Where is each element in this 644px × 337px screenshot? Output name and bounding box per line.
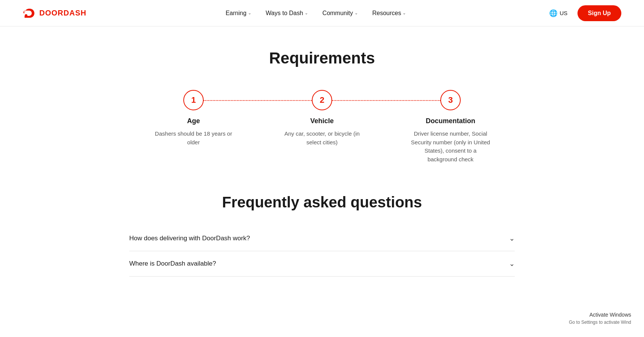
step-3-label: Documentation — [426, 117, 475, 125]
nav-community-label: Community — [322, 10, 353, 17]
faq-question-0: How does delivering with DoorDash work? — [129, 235, 250, 242]
step-2-connector — [322, 100, 450, 101]
requirements-section: Requirements 1 Age Dashers should be 18 … — [129, 49, 515, 164]
faq-title: Frequently asked questions — [129, 194, 515, 211]
header-right: 🌐 US Sign Up — [545, 5, 621, 21]
doordash-logo-icon — [23, 8, 36, 19]
community-chevron-icon: ⌄ — [355, 11, 358, 15]
step-1: 1 Age Dashers should be 18 years or olde… — [129, 90, 258, 147]
step-2-circle: 2 — [312, 90, 332, 110]
steps-container: 1 Age Dashers should be 18 years or olde… — [129, 90, 515, 164]
nav-item-community[interactable]: Community ⌄ — [317, 7, 363, 20]
faq-chevron-1: ⌄ — [509, 260, 515, 268]
requirements-title: Requirements — [129, 49, 515, 67]
faq-item-1[interactable]: Where is DoorDash available? ⌄ — [129, 251, 515, 277]
step-2: 2 Vehicle Any car, scooter, or bicycle (… — [258, 90, 386, 147]
step-2-description: Any car, scooter, or bicycle (in select … — [280, 130, 364, 147]
svg-point-0 — [25, 14, 28, 17]
step-3-circle: 3 — [440, 90, 461, 110]
locale-label: US — [560, 10, 568, 16]
nav-item-resources[interactable]: Resources ⌄ — [367, 7, 411, 20]
faq-list: How does delivering with DoorDash work? … — [129, 226, 515, 277]
faq-chevron-0: ⌄ — [509, 234, 515, 243]
faq-section: Frequently asked questions How does deli… — [129, 194, 515, 277]
step-1-label: Age — [187, 117, 200, 125]
ways-chevron-icon: ⌄ — [305, 11, 308, 15]
earning-chevron-icon: ⌄ — [248, 11, 251, 15]
step-3-description: Driver license number, Social Security n… — [409, 130, 492, 164]
step-2-label: Vehicle — [310, 117, 334, 125]
step-3: 3 Documentation Driver license number, S… — [386, 90, 515, 164]
step-1-circle: 1 — [183, 90, 204, 110]
site-header: DOORDASH Earning ⌄ Ways to Dash ⌄ Commun… — [0, 0, 644, 26]
step-1-connector — [194, 100, 322, 101]
locale-selector[interactable]: 🌐 US — [545, 7, 571, 20]
nav-earning-label: Earning — [226, 10, 246, 17]
main-content: Requirements 1 Age Dashers should be 18 … — [114, 26, 530, 292]
nav-item-earning[interactable]: Earning ⌄ — [220, 7, 257, 20]
faq-item-0[interactable]: How does delivering with DoorDash work? … — [129, 226, 515, 251]
step-1-description: Dashers should be 18 years or older — [152, 130, 235, 147]
faq-question-1: Where is DoorDash available? — [129, 260, 216, 267]
main-nav: Earning ⌄ Ways to Dash ⌄ Community ⌄ Res… — [220, 7, 412, 20]
signup-button[interactable]: Sign Up — [577, 5, 621, 21]
globe-icon: 🌐 — [549, 9, 557, 17]
nav-item-ways-to-dash[interactable]: Ways to Dash ⌄ — [260, 7, 313, 20]
logo[interactable]: DOORDASH — [23, 8, 87, 19]
nav-resources-label: Resources — [372, 10, 401, 17]
nav-ways-label: Ways to Dash — [266, 10, 303, 17]
resources-chevron-icon: ⌄ — [402, 11, 406, 15]
logo-text: DOORDASH — [39, 9, 87, 17]
